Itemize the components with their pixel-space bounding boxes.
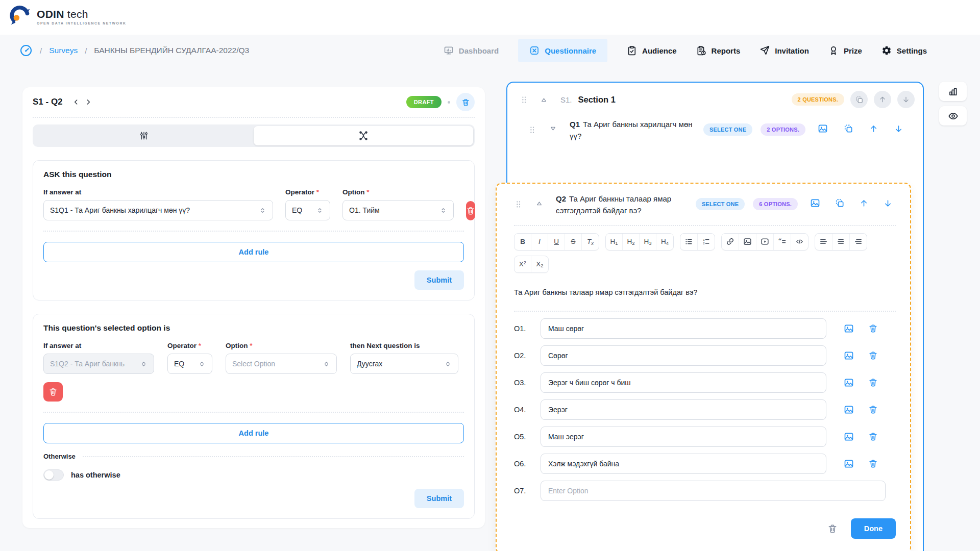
operator-select[interactable]: EQ xyxy=(167,354,212,374)
option-input[interactable] xyxy=(541,454,826,474)
breadcrumb-surveys-link[interactable]: Surveys xyxy=(49,46,78,55)
move-question-down-button[interactable] xyxy=(883,198,893,208)
delete-rule-button[interactable] xyxy=(43,382,63,402)
nav-reports[interactable]: Reports xyxy=(696,45,741,56)
option-image-button[interactable] xyxy=(844,432,854,442)
section-header: S1. Section 1 2 QUESTIONS. xyxy=(507,83,923,113)
nav-prize[interactable]: Prize xyxy=(828,45,862,56)
align-center-button[interactable] xyxy=(832,234,850,250)
option-delete-button[interactable] xyxy=(868,323,878,333)
insert-image-button[interactable] xyxy=(739,234,756,250)
heading2-button[interactable]: H2 xyxy=(623,234,640,250)
option-delete-button[interactable] xyxy=(868,405,878,414)
option-image-button[interactable] xyxy=(844,405,854,415)
divider xyxy=(83,456,464,457)
nav-audience[interactable]: Audience xyxy=(627,45,677,56)
home-speed-icon[interactable] xyxy=(19,44,33,57)
has-otherwise-toggle[interactable] xyxy=(43,469,64,481)
option-select[interactable]: Select Option xyxy=(226,354,337,374)
code-button[interactable] xyxy=(791,234,808,250)
preview-button[interactable] xyxy=(939,106,967,126)
option-label: O2. xyxy=(514,352,541,360)
tab-skip-logic[interactable] xyxy=(254,126,473,145)
heading1-button[interactable]: H1 xyxy=(606,234,623,250)
move-question-down-button[interactable] xyxy=(894,123,903,134)
option-select[interactable]: O1. Тийм xyxy=(342,200,454,220)
numbered-list-button[interactable] xyxy=(698,234,715,250)
drag-handle-icon[interactable] xyxy=(520,95,528,104)
collapse-question-button[interactable] xyxy=(535,199,544,208)
done-button[interactable]: Done xyxy=(851,518,896,539)
add-rule-button[interactable]: Add rule xyxy=(43,242,464,262)
align-left-button[interactable] xyxy=(815,234,832,250)
move-section-down-button[interactable] xyxy=(897,91,915,108)
heading4-button[interactable]: H4 xyxy=(656,234,673,250)
question-select-disabled: S1Q2 - Та Ариг банкнь xyxy=(43,354,154,374)
add-rule-button[interactable]: Add rule xyxy=(43,423,464,443)
heading3-button[interactable]: H3 xyxy=(640,234,656,250)
collapse-section-button[interactable] xyxy=(540,95,548,104)
superscript-button[interactable]: X2 xyxy=(514,256,531,272)
drag-handle-icon[interactable] xyxy=(528,126,536,134)
section-title[interactable]: Section 1 xyxy=(578,95,616,105)
submit-button[interactable]: Submit xyxy=(414,489,464,508)
move-question-up-button[interactable] xyxy=(869,123,878,134)
nav-settings[interactable]: Settings xyxy=(881,45,927,56)
nav-invitation[interactable]: Invitation xyxy=(760,45,809,56)
question-select[interactable]: S1Q1 - Та Ариг банкны харилцагч мөн үү? xyxy=(43,200,273,220)
next-question-select[interactable]: Дуусгах xyxy=(350,354,458,374)
option-delete-button[interactable] xyxy=(868,378,878,387)
option-input[interactable] xyxy=(541,318,826,339)
results-chart-button[interactable] xyxy=(939,82,967,101)
italic-button[interactable]: I xyxy=(531,234,548,250)
link-button[interactable] xyxy=(722,234,739,250)
bullet-list-button[interactable] xyxy=(680,234,698,250)
option-input[interactable] xyxy=(541,399,826,420)
option-input[interactable] xyxy=(541,481,886,501)
delete-logic-button[interactable] xyxy=(456,93,475,111)
option-delete-button[interactable] xyxy=(868,459,878,468)
move-section-up-button[interactable] xyxy=(874,91,891,108)
prev-question-button[interactable] xyxy=(71,97,81,107)
bold-button[interactable]: B xyxy=(514,234,531,250)
insert-video-button[interactable] xyxy=(756,234,774,250)
duplicate-section-button[interactable] xyxy=(850,91,868,108)
drag-handle-icon[interactable] xyxy=(514,200,523,209)
delete-rule-button[interactable] xyxy=(466,201,475,220)
next-question-button[interactable] xyxy=(83,97,93,107)
clear-formatting-button[interactable]: Tx xyxy=(582,234,599,250)
nav-questionnaire[interactable]: Questionnaire xyxy=(518,39,607,62)
tab-question-settings[interactable] xyxy=(34,126,254,145)
option-input[interactable] xyxy=(541,427,826,447)
question-type-badge: SELECT ONE xyxy=(703,123,752,136)
option-image-button[interactable] xyxy=(844,459,854,469)
delete-question-button[interactable] xyxy=(827,523,838,534)
question-body-text[interactable]: Та Ариг банкны талаар ямар сэтгэгдэлтэй … xyxy=(514,288,896,296)
move-question-up-button[interactable] xyxy=(859,198,869,208)
odin-logo[interactable]: ODIN tech OPEN DATA INTELLIGENCE NETWORK xyxy=(9,5,127,28)
duplicate-question-button[interactable] xyxy=(843,123,853,134)
option-image-button[interactable] xyxy=(844,378,854,388)
submit-button[interactable]: Submit xyxy=(414,270,464,290)
question-text[interactable]: Q2Та Ариг банкны талаар ямар сэтгэгдэлтэ… xyxy=(556,193,690,217)
option-input[interactable] xyxy=(541,345,826,366)
duplicate-question-button[interactable] xyxy=(835,198,845,208)
question-image-button[interactable] xyxy=(818,123,828,134)
align-right-button[interactable] xyxy=(850,234,867,250)
nav-dashboard[interactable]: Dashboard xyxy=(444,45,499,56)
question-image-button[interactable] xyxy=(810,198,820,208)
option-delete-button[interactable] xyxy=(868,350,878,360)
blockquote-button[interactable] xyxy=(774,234,791,250)
expand-question-button[interactable] xyxy=(549,124,557,133)
subscript-button[interactable]: X2 xyxy=(531,256,548,272)
strikethrough-button[interactable]: S xyxy=(565,234,582,250)
option-input[interactable] xyxy=(541,372,826,393)
operator-select[interactable]: EQ xyxy=(285,200,330,220)
option-delete-button[interactable] xyxy=(868,432,878,441)
selected-card-heading: This question's selected option is xyxy=(43,323,464,333)
option-image-button[interactable] xyxy=(844,350,854,361)
updown-icon xyxy=(439,207,447,214)
underline-button[interactable]: U xyxy=(548,234,565,250)
question-text[interactable]: Q1Та Ариг банкны харилцагч мөн үү? xyxy=(570,118,697,142)
option-image-button[interactable] xyxy=(844,323,854,334)
